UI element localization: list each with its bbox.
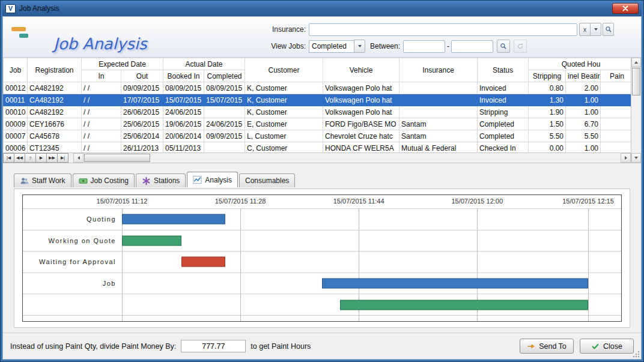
insurance-dropdown-button[interactable] <box>590 23 601 36</box>
table-row[interactable]: 00007CA45678/ /25/06/201420/06/201409/09… <box>4 130 631 142</box>
col-header-paint[interactable]: Pain <box>601 70 631 82</box>
tab-consumables[interactable]: Consumables <box>239 173 295 187</box>
navigator-button-0[interactable]: |◀ <box>3 153 14 163</box>
col-header-status[interactable]: Status <box>478 58 529 82</box>
gantt-rows: QuotingWorking on QuoteWaiting for Appro… <box>23 208 621 321</box>
horizontal-scrollbar[interactable] <box>73 153 631 163</box>
gantt-row-label: Working on Quote <box>23 237 122 244</box>
cell-stripping: 1.50 <box>529 118 566 130</box>
col-header-customer[interactable]: Customer <box>245 58 323 82</box>
col-header-completed[interactable]: Completed <box>204 70 245 82</box>
col-header-stripping[interactable]: Stripping <box>529 70 566 82</box>
send-to-button[interactable]: Send To <box>520 339 574 354</box>
resize-grip[interactable] <box>632 350 640 358</box>
table-row[interactable]: 00012CA482192/ /09/09/201508/09/201508/0… <box>4 82 631 94</box>
gantt-row <box>23 294 621 315</box>
tab-stations[interactable]: Stations <box>136 173 186 187</box>
cell-status: Completed <box>478 118 529 130</box>
vertical-scrollbar[interactable] <box>631 58 641 163</box>
col-header-in[interactable]: In <box>82 70 121 82</box>
col-header-booked-in[interactable]: Booked In <box>163 70 204 82</box>
view-jobs-select[interactable]: Completed <box>309 40 365 53</box>
col-header-job[interactable]: Job <box>4 58 28 82</box>
scroll-down-button[interactable] <box>631 153 641 163</box>
col-header-actual-date[interactable]: Actual Date <box>163 58 245 70</box>
between-separator: - <box>447 42 449 50</box>
axis-tick-label: 15/07/2015 12:00 <box>451 198 503 205</box>
cell-registration: CA45678 <box>28 130 82 142</box>
close-window-button[interactable] <box>612 3 639 14</box>
col-header-quoted-hours[interactable]: Quoted Hou <box>529 58 631 70</box>
titlebar[interactable]: V Job Analysis <box>2 1 642 16</box>
scroll-up-button[interactable] <box>631 58 641 67</box>
app-icon: V <box>5 4 16 13</box>
between-to-input[interactable] <box>451 40 493 53</box>
cell-job: 00011 <box>4 94 28 106</box>
axis-tick-label: 15/07/2015 11:44 <box>333 198 384 205</box>
cell-panel-beating: 1.00 <box>566 106 601 118</box>
view-jobs-dropdown-button[interactable] <box>354 40 365 53</box>
insurance-input[interactable] <box>309 23 577 36</box>
cell-customer: K, Customer <box>245 94 323 106</box>
navigator-button-3[interactable]: ▶ <box>35 153 47 163</box>
cell-vehicle: Volkswagen Polo hat <box>323 94 399 106</box>
tab-analysis[interactable]: Analysis <box>187 172 238 187</box>
col-header-vehicle[interactable]: Vehicle <box>323 58 399 82</box>
col-header-out[interactable]: Out <box>121 70 163 82</box>
jobs-table: Job Registration Expected Date Actual Da… <box>3 58 631 152</box>
scroll-right-button[interactable] <box>621 153 631 163</box>
horizontal-scroll-thumb[interactable] <box>84 154 150 162</box>
navigator-button-5[interactable]: ▶| <box>57 153 68 163</box>
navigator-button-1[interactable]: ◀◀ <box>14 153 25 163</box>
paint-divide-input[interactable] <box>181 340 246 352</box>
col-header-panel-beating[interactable]: inel Beatir <box>566 70 601 82</box>
scroll-left-button[interactable] <box>73 153 84 163</box>
cell-stripping: 0.00 <box>529 142 566 153</box>
vertical-scroll-track[interactable] <box>631 67 641 153</box>
cell-vehicle: Volkswagen Polo hat <box>323 82 399 94</box>
navigator-button-2[interactable]: ? <box>25 153 36 163</box>
grid-body: 00012CA482192/ /09/09/201508/09/201508/0… <box>4 82 631 153</box>
view-jobs-value: Completed <box>309 40 354 53</box>
table-row[interactable]: 00011CA482192/ /17/07/201515/07/201515/0… <box>4 94 631 106</box>
axis-tick-label: 15/07/2015 12:15 <box>562 198 614 205</box>
cell-completed <box>204 106 245 118</box>
cell-stripping: 1.90 <box>529 106 566 118</box>
paint-divide-label: Instead of using Paint Qty, divide Paint… <box>10 342 176 351</box>
close-button[interactable]: Close <box>580 339 634 354</box>
tab-job-costing[interactable]: Job Costing <box>73 173 135 187</box>
axis-tick-label: 15/07/2015 11:28 <box>215 198 266 205</box>
cell-stripping: 5.50 <box>529 130 566 142</box>
cell-insurance <box>399 82 478 94</box>
col-header-registration[interactable]: Registration <box>28 58 82 82</box>
between-search-button[interactable] <box>497 40 510 53</box>
between-from-input[interactable] <box>403 40 445 53</box>
table-row[interactable]: 00009CEY16676/ /25/06/201519/06/201524/0… <box>4 118 631 130</box>
chevron-down-icon <box>358 45 362 47</box>
cell-paint <box>601 106 631 118</box>
page-title: Job Analysis <box>53 35 147 53</box>
insurance-search-button[interactable] <box>603 23 614 36</box>
cell-registration: CA482192 <box>28 94 82 106</box>
gantt-bar <box>122 235 181 246</box>
insurance-clear-button[interactable]: x <box>579 23 591 36</box>
vertical-scroll-thumb[interactable] <box>632 68 640 95</box>
tab-label: Job Costing <box>91 176 129 185</box>
col-header-insurance[interactable]: Insurance <box>399 58 478 82</box>
cell-completed <box>204 142 245 153</box>
horizontal-scroll-track[interactable] <box>84 153 621 163</box>
navigator-button-4[interactable]: ▶▶ <box>46 153 58 163</box>
cell-vehicle: Chevrolet Cruze hatc <box>323 130 399 142</box>
cell-status: Invoiced <box>478 94 529 106</box>
col-header-expected-date[interactable]: Expected Date <box>82 58 163 70</box>
gantt-bottom-spacer <box>23 315 621 321</box>
tab-staff-work[interactable]: Staff Work <box>14 173 71 187</box>
table-row[interactable]: 00010CA482192/ /26/06/201524/06/2015K, C… <box>4 106 631 118</box>
refresh-button[interactable] <box>514 40 527 53</box>
table-row[interactable]: 00006CT12345/ /26/11/201305/11/2013C, Cu… <box>4 142 631 153</box>
money-icon <box>79 176 88 186</box>
analysis-panel: 15/07/2015 11:1215/07/2015 11:2815/07/20… <box>14 189 630 328</box>
tab-bar: Staff WorkJob CostingStationsAnalysisCon… <box>14 172 641 187</box>
cell-customer: K, Customer <box>245 82 323 94</box>
cell-customer: K, Customer <box>245 106 323 118</box>
